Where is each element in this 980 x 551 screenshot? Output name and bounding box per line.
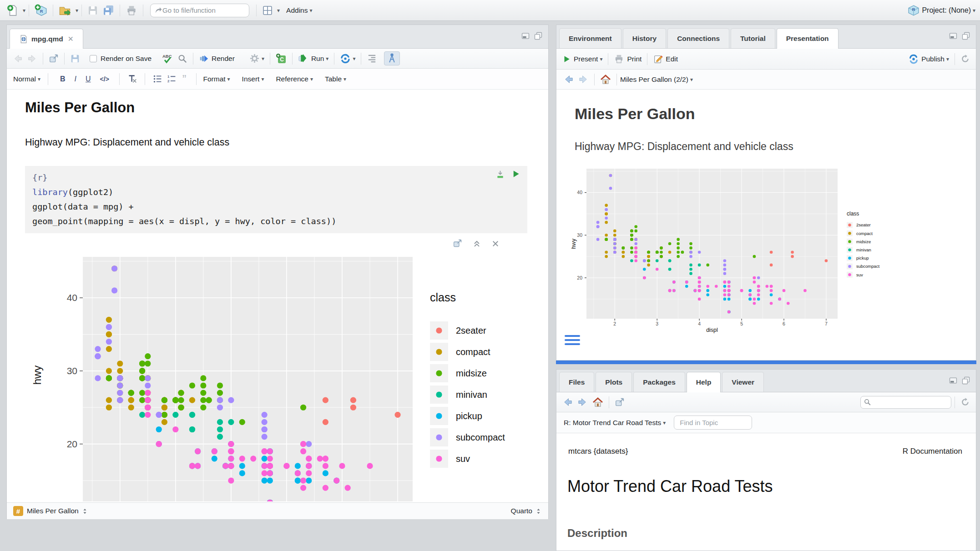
help-search-box[interactable] (860, 396, 951, 409)
save-doc-icon[interactable] (68, 52, 82, 65)
help-document[interactable]: mtcars {datasets} R Documentation Motor … (556, 433, 976, 551)
tab-packages[interactable]: Packages (633, 372, 685, 392)
render-settings-icon[interactable]: ▾ (247, 52, 267, 65)
presentation-nav-bar: Miles Per Gallon (2/2)▾ (556, 70, 976, 90)
edit-presentation-button[interactable]: Edit (651, 53, 680, 65)
popout-icon[interactable] (46, 52, 61, 65)
help-popout-icon[interactable] (612, 396, 627, 409)
help-search-input[interactable] (871, 399, 944, 406)
open-file-button[interactable] (56, 3, 74, 18)
goto-file-input[interactable] (162, 6, 235, 14)
help-refresh-icon[interactable] (958, 396, 972, 408)
format-menu[interactable]: Format (203, 75, 225, 83)
source-rerun-icon[interactable]: ▾ (338, 52, 358, 65)
print-icon (614, 54, 624, 64)
table-menu[interactable]: Table (325, 75, 342, 83)
goto-file-search[interactable] (150, 4, 249, 17)
minimize-pane-icon[interactable] (521, 31, 530, 40)
find-in-topic-input[interactable] (674, 416, 752, 430)
run-button[interactable]: Run▾ (296, 52, 331, 65)
new-project-button[interactable] (32, 3, 50, 18)
publish-icon (909, 54, 919, 64)
tab-help[interactable]: Help (687, 372, 721, 392)
visual-editor-toggle-icon[interactable] (384, 51, 400, 65)
spellcheck-icon[interactable] (160, 52, 175, 65)
italic-button[interactable]: I (75, 75, 76, 83)
collapse-output-icon[interactable] (472, 239, 481, 248)
refresh-presentation-icon[interactable] (958, 53, 972, 65)
run-chunks-above-icon[interactable] (495, 170, 505, 179)
tab-presentation[interactable]: Presentation (777, 28, 839, 49)
new-file-button[interactable] (5, 3, 21, 18)
save-button[interactable] (85, 4, 101, 17)
pane-layout-button[interactable] (260, 4, 275, 17)
reference-menu[interactable]: Reference (276, 75, 308, 83)
bullet-list-icon[interactable] (151, 73, 165, 85)
paragraph-style-select[interactable]: Normal (13, 75, 36, 83)
slide-title-menu[interactable]: Miles Per Gallon (2/2) (620, 75, 688, 84)
help-topic-id: mtcars {datasets} (568, 447, 628, 456)
tab-files[interactable]: Files (559, 372, 594, 392)
svg-text:displ: displ (706, 327, 718, 333)
tab-history[interactable]: History (623, 28, 666, 48)
slide-back-icon[interactable] (561, 73, 576, 86)
clear-formatting-icon[interactable] (125, 73, 139, 85)
present-button[interactable]: Present▾ (560, 54, 605, 65)
clear-output-icon[interactable] (491, 240, 500, 248)
doc-heading: Miles Per Gallon (25, 100, 135, 116)
tab-plots[interactable]: Plots (596, 372, 632, 392)
help-back-icon[interactable] (560, 396, 575, 409)
run-chunk-icon[interactable] (511, 170, 520, 178)
presentation-slide[interactable]: Miles Per Gallon Highway MPG: Displaceme… (556, 90, 976, 360)
code-button[interactable]: </> (100, 75, 109, 83)
slide-menu-icon[interactable] (565, 335, 580, 347)
chunk-output-popout-icon[interactable] (453, 239, 462, 248)
r-code-chunk[interactable]: {r} library(ggplot2) ggplot(data = mpg) … (25, 166, 527, 233)
outline-toggle-icon[interactable] (364, 52, 379, 65)
tab-connections[interactable]: Connections (667, 28, 729, 48)
section-jump-menu[interactable]: Miles Per Gallon (27, 507, 79, 515)
bold-button[interactable]: B (60, 75, 66, 83)
tab-environment[interactable]: Environment (559, 28, 621, 48)
print-button[interactable] (123, 3, 140, 18)
svg-text:subcompact: subcompact (856, 264, 880, 269)
close-tab-icon[interactable]: ✕ (68, 35, 74, 43)
slide-forward-icon[interactable] (576, 73, 591, 86)
maximize-pane-icon[interactable] (534, 31, 543, 40)
help-forward-icon[interactable] (575, 396, 590, 409)
publish-button[interactable]: Publish▾ (906, 53, 951, 65)
minimize-pane-icon[interactable] (949, 376, 958, 385)
help-topic-menu[interactable]: R: Motor Trend Car Road Tests (564, 419, 661, 427)
help-home-icon[interactable] (590, 396, 606, 409)
tab-mpg-qmd[interactable]: mpg.qmd ✕ (10, 29, 83, 49)
open-recent-dropdown[interactable]: ▾ (76, 7, 78, 14)
forward-icon[interactable] (25, 52, 40, 65)
render-on-save-checkbox[interactable] (90, 55, 97, 62)
tab-tutorial[interactable]: Tutorial (731, 28, 775, 48)
save-all-button[interactable] (101, 3, 116, 17)
new-file-dropdown[interactable]: ▾ (23, 7, 25, 14)
minimize-pane-icon[interactable] (949, 31, 958, 40)
back-icon[interactable] (10, 52, 25, 65)
numbered-list-icon[interactable] (165, 73, 179, 85)
maximize-pane-icon[interactable] (961, 31, 970, 40)
insert-menu[interactable]: Insert (242, 75, 260, 83)
find-replace-icon[interactable] (175, 52, 190, 65)
print-presentation-button[interactable]: Print (611, 52, 644, 65)
presentation-pane: Environment History Connections Tutorial… (556, 25, 976, 361)
svg-text:minivan: minivan (456, 390, 487, 400)
svg-text:hwy: hwy (31, 366, 43, 385)
pane-layout-dropdown[interactable]: ▾ (277, 7, 280, 14)
render-button[interactable]: Render (197, 52, 237, 65)
document-canvas[interactable]: Miles Per Gallon Highway MPG: Displaceme… (7, 90, 548, 502)
underline-button[interactable]: U (86, 75, 91, 83)
insert-chunk-icon[interactable] (273, 52, 289, 65)
maximize-pane-icon[interactable] (961, 376, 970, 385)
project-menu[interactable]: Project: (None) (922, 6, 971, 15)
slide-home-icon[interactable] (598, 73, 613, 86)
svg-text:suv: suv (456, 454, 470, 464)
tab-viewer[interactable]: Viewer (722, 372, 764, 392)
doc-mode-menu[interactable]: Quarto (511, 507, 532, 515)
blockquote-button[interactable]: ” (182, 77, 187, 81)
addins-menu[interactable]: Addins (286, 6, 308, 15)
